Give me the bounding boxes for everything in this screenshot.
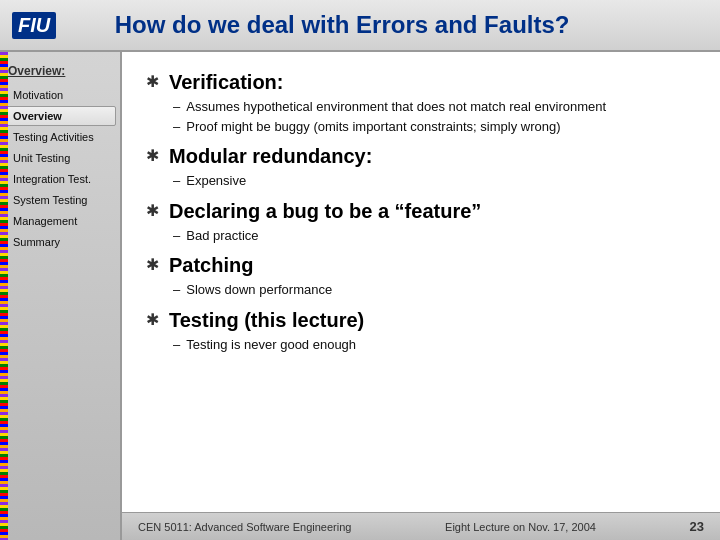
sidebar-overview-label: Overview: bbox=[0, 60, 120, 84]
bullet-star-icon: ✱ bbox=[146, 146, 159, 165]
sub-item: – Expensive bbox=[173, 171, 696, 191]
bullet-declaring-bug: ✱ Declaring a bug to be a “feature” – Ba… bbox=[146, 199, 696, 246]
bullet-star-icon: ✱ bbox=[146, 255, 159, 274]
sidebar: Overview: Motivation Overview Testing Ac… bbox=[0, 52, 122, 540]
sub-items-testing: – Testing is never good enough bbox=[173, 335, 696, 355]
sub-item: – Slows down performance bbox=[173, 280, 696, 300]
bullet-star-icon: ✱ bbox=[146, 72, 159, 91]
footer-left: CEN 5011: Advanced Software Engineering bbox=[138, 521, 351, 533]
sub-item: – Bad practice bbox=[173, 226, 696, 246]
bullet-star-icon: ✱ bbox=[146, 201, 159, 220]
sidebar-pattern bbox=[0, 52, 8, 540]
bullet-title-verification: Verification: bbox=[169, 70, 696, 94]
sub-items-verification: – Assumes hypothetical environment that … bbox=[173, 97, 696, 136]
header: FIU How do we deal with Errors and Fault… bbox=[0, 0, 720, 52]
sidebar-item-summary[interactable]: Summary bbox=[4, 232, 116, 252]
bullet-star-icon: ✱ bbox=[146, 310, 159, 329]
bullet-title-bug: Declaring a bug to be a “feature” bbox=[169, 199, 696, 223]
bullet-title-testing: Testing (this lecture) bbox=[169, 308, 696, 332]
footer: CEN 5011: Advanced Software Engineering … bbox=[122, 512, 720, 540]
bullet-verification: ✱ Verification: – Assumes hypothetical e… bbox=[146, 70, 696, 136]
sub-items-modular: – Expensive bbox=[173, 171, 696, 191]
sidebar-item-system-testing[interactable]: System Testing bbox=[4, 190, 116, 210]
bullet-title-patching: Patching bbox=[169, 253, 696, 277]
sub-item: – Testing is never good enough bbox=[173, 335, 696, 355]
bullet-patching: ✱ Patching – Slows down performance bbox=[146, 253, 696, 300]
main-layout: Overview: Motivation Overview Testing Ac… bbox=[0, 52, 720, 540]
footer-middle: Eight Lecture on Nov. 17, 2004 bbox=[445, 521, 596, 533]
sidebar-item-overview[interactable]: Overview bbox=[4, 106, 116, 126]
header-title: How do we deal with Errors and Faults? bbox=[0, 11, 708, 39]
bullet-modular-redundancy: ✱ Modular redundancy: – Expensive bbox=[146, 144, 696, 191]
sub-items-patching: – Slows down performance bbox=[173, 280, 696, 300]
content-area: ✱ Verification: – Assumes hypothetical e… bbox=[122, 52, 720, 540]
sidebar-item-testing-activities[interactable]: Testing Activities bbox=[4, 127, 116, 147]
sub-items-bug: – Bad practice bbox=[173, 226, 696, 246]
footer-page: 23 bbox=[690, 519, 704, 534]
sidebar-item-integration-test[interactable]: Integration Test. bbox=[4, 169, 116, 189]
sub-item: – Assumes hypothetical environment that … bbox=[173, 97, 696, 117]
bullet-testing: ✱ Testing (this lecture) – Testing is ne… bbox=[146, 308, 696, 355]
sidebar-item-management[interactable]: Management bbox=[4, 211, 116, 231]
sidebar-item-motivation[interactable]: Motivation bbox=[4, 85, 116, 105]
sub-item: – Proof might be buggy (omits important … bbox=[173, 117, 696, 137]
bullet-title-modular: Modular redundancy: bbox=[169, 144, 696, 168]
sidebar-item-unit-testing[interactable]: Unit Testing bbox=[4, 148, 116, 168]
